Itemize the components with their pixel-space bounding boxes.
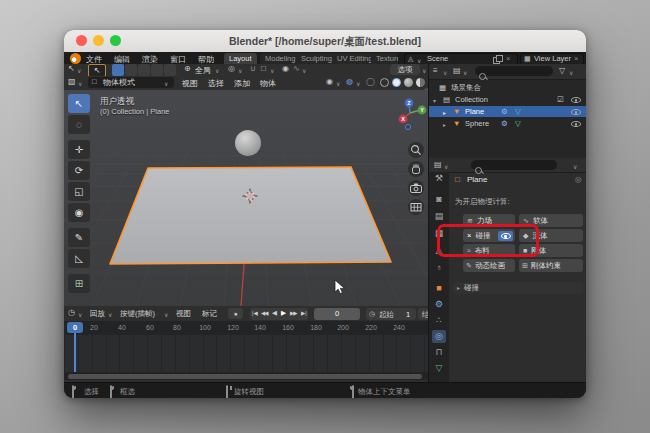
rigid-body-constraint-button[interactable]: ⊞刚体约束 (519, 259, 583, 272)
pivot-point-icon[interactable]: ◎ (228, 65, 235, 73)
tab-particles[interactable]: ∴ (432, 314, 446, 327)
menu-keying[interactable]: 按键(插帧) (120, 309, 155, 319)
chevron-down-icon[interactable]: ∨ (569, 69, 573, 76)
pin-icon[interactable]: ◎ (575, 176, 582, 184)
collision-visibility-toggle[interactable] (498, 231, 513, 241)
select-mode-extend-button[interactable] (125, 64, 137, 76)
move-tool[interactable]: ✛ (68, 140, 90, 159)
tab-view-layer[interactable]: ▦ (432, 227, 446, 240)
plane-object-row[interactable]: ▸ ▼ Plane ⚙ ▽ (429, 106, 586, 117)
chevron-down-icon[interactable]: ∨ (78, 311, 82, 318)
zoom-view-button[interactable] (408, 142, 424, 158)
transform-orientation-icon[interactable]: ⊕ (184, 65, 191, 73)
dynamic-paint-button[interactable]: ✎动态绘画 (463, 259, 515, 272)
mesh-data-icon[interactable]: ▽ (515, 120, 521, 128)
snap-magnet-icon[interactable]: ∪ (250, 65, 256, 73)
3d-viewport[interactable]: Z Y X 用户透视 (0) Collection | Plane ↖ ◌ ✛ … (64, 90, 428, 306)
editor-type-icon[interactable]: ◷ (68, 309, 75, 317)
collision-button[interactable]: ×碰撞 (463, 229, 515, 242)
snap-target-icon[interactable]: □ (261, 65, 266, 73)
filter-collection-icon[interactable]: ▤ (453, 67, 461, 75)
chevron-down-icon[interactable]: ∨ (108, 311, 112, 318)
visibility-eye-icon[interactable] (571, 119, 581, 128)
frame-end-field[interactable]: 结束 (418, 308, 428, 320)
disclosure-icon[interactable]: ▸ (443, 121, 446, 128)
chevron-down-icon[interactable]: ∨ (573, 163, 577, 170)
select-mode-intersect-button[interactable] (164, 64, 176, 76)
chevron-down-icon[interactable]: ∨ (238, 67, 242, 74)
tab-output[interactable]: ▤ (432, 210, 446, 223)
current-frame-badge[interactable]: 0 (67, 322, 83, 333)
close-icon[interactable]: × (574, 54, 578, 64)
frame-start-field[interactable]: ◷ 起始 1 (366, 308, 416, 320)
select-mode-invert-button[interactable] (151, 64, 163, 76)
titlebar[interactable]: Blender* [/home/super/桌面/test.blend] (64, 30, 586, 53)
options-button[interactable]: 选项 (390, 64, 420, 75)
filter-funnel-icon[interactable]: ▽ (559, 67, 565, 75)
chevron-down-icon[interactable]: ∨ (270, 67, 274, 74)
rotate-tool[interactable]: ⟳ (68, 161, 90, 180)
object-name[interactable]: Plane (465, 107, 484, 116)
disclosure-icon[interactable]: ▸ (443, 109, 446, 116)
object-name[interactable]: Sphere (465, 119, 489, 128)
force-field-button[interactable]: ≋力场 (463, 214, 515, 227)
tab-render[interactable]: ◙ (432, 193, 446, 206)
close-icon[interactable]: × (506, 54, 510, 64)
perspective-toggle-button[interactable] (408, 199, 424, 215)
scene-collection-row[interactable]: ▦ 场景集合 (429, 82, 586, 93)
chevron-down-icon[interactable]: ∨ (215, 67, 219, 74)
timeline-scrollbar[interactable] (64, 372, 428, 380)
shading-material-icon[interactable] (404, 78, 413, 87)
workspace-tab-sculpting[interactable]: Sculpting (296, 53, 337, 64)
overlays-toggle-icon[interactable]: ◍ (346, 78, 353, 86)
auto-keying-button[interactable]: ● (228, 308, 243, 319)
collection-label[interactable]: Collection (455, 95, 488, 104)
current-frame-field[interactable]: 0 (314, 308, 360, 320)
tab-tool[interactable]: ⚒ (432, 172, 446, 185)
play-reverse-button[interactable]: ◀ (272, 309, 277, 317)
tab-world[interactable]: ♁ (432, 261, 446, 274)
blender-logo-icon[interactable] (70, 53, 81, 64)
visibility-eye-icon[interactable] (571, 107, 581, 116)
outliner-search-input[interactable] (475, 66, 553, 76)
chevron-down-icon[interactable]: ∨ (443, 69, 447, 76)
modifier-wrench-icon[interactable]: ⚙ (501, 108, 508, 116)
plane-object[interactable] (110, 167, 391, 264)
menu-view[interactable]: 视图 (182, 78, 198, 89)
menu-marker[interactable]: 标记 (202, 309, 217, 319)
cursor-tool[interactable]: ◌ (68, 115, 90, 134)
scene-collection-label[interactable]: 场景集合 (451, 83, 481, 93)
annotate-tool[interactable]: ✎ (68, 228, 90, 247)
shading-wireframe-icon[interactable] (380, 78, 389, 87)
checkbox-icon[interactable]: ☑ (557, 96, 564, 104)
workspace-tab-layout[interactable]: Layout (224, 53, 257, 64)
object-breadcrumb[interactable]: Plane (467, 175, 487, 184)
sphere-object-row[interactable]: ▸ ▼ Sphere ⚙ ▽ (429, 118, 586, 129)
cloth-button[interactable]: ≈布料 (463, 244, 515, 257)
pan-view-button[interactable] (408, 161, 424, 177)
menu-add[interactable]: 添加 (234, 78, 250, 89)
timeline-track-area[interactable] (64, 335, 428, 372)
visibility-eye-icon[interactable] (571, 95, 581, 104)
camera-view-button[interactable] (408, 180, 424, 196)
fluid-button[interactable]: ◆流体 (519, 229, 583, 242)
select-mode-set-button[interactable] (112, 64, 124, 76)
tab-physics[interactable]: ◎ (432, 330, 446, 343)
prev-keyframe-button[interactable]: ◀◀ (261, 310, 267, 316)
menu-object[interactable]: 物体 (260, 78, 276, 89)
tab-object[interactable]: ■ (432, 282, 446, 295)
chevron-down-icon[interactable]: ∨ (422, 67, 426, 74)
select-mode-subtract-button[interactable] (138, 64, 150, 76)
shading-solid-icon[interactable] (392, 78, 401, 87)
tab-scene[interactable]: ◬ (432, 244, 446, 257)
editor-type-icon[interactable]: ▤ (434, 161, 442, 169)
chevron-down-icon[interactable]: ∨ (78, 80, 82, 87)
proportional-editing-icon[interactable]: ◉ (282, 65, 289, 73)
copy-icon[interactable] (493, 55, 501, 63)
select-box-tool[interactable]: ↖ (68, 94, 90, 113)
chevron-down-icon[interactable]: ∨ (164, 311, 168, 318)
transform-tool[interactable]: ◉ (68, 203, 90, 222)
workspace-tab-modeling[interactable]: Modeling (260, 53, 300, 64)
play-button[interactable]: ▶ (281, 309, 286, 317)
chevron-down-icon[interactable]: ∨ (356, 80, 360, 87)
